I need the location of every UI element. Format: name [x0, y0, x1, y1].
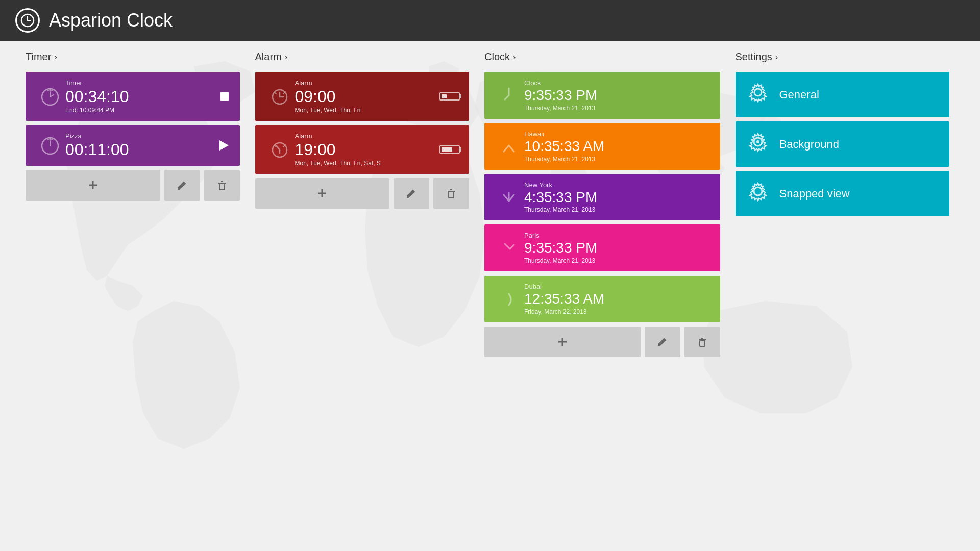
timer-2-content: Pizza 00:11:00 [65, 132, 216, 159]
timer-1-label: Timer [65, 79, 218, 87]
clock-1-icon [494, 86, 524, 105]
timer-1-stop-icon[interactable] [218, 90, 231, 103]
clock-tile-5[interactable]: Dubai 12:35:33 AM Friday, March 22, 2013 [484, 276, 720, 322]
alarm-add-button[interactable] [255, 178, 390, 209]
settings-general-tile[interactable]: General [736, 72, 950, 117]
alarm-2-icon [264, 139, 295, 160]
svg-point-45 [754, 187, 762, 195]
alarm-1-battery [439, 92, 460, 101]
clock-2-label: Hawaii [524, 130, 710, 138]
clock-tile-2[interactable]: Hawaii 10:35:33 AM Thursday, March 21, 2… [484, 123, 720, 170]
alarm-1-icon [264, 86, 295, 107]
svg-point-42 [754, 89, 762, 96]
svg-point-44 [756, 140, 760, 143]
clock-section-label: Clock [484, 51, 510, 63]
timer-tile-2[interactable]: Pizza 00:11:00 [26, 125, 240, 166]
svg-line-5 [50, 95, 54, 97]
alarm-section-header[interactable]: Alarm › [255, 51, 470, 63]
svg-rect-9 [220, 92, 229, 101]
timer-2-icon [35, 135, 65, 156]
settings-snapped-tile[interactable]: Snapped view [736, 171, 950, 216]
clock-5-icon [494, 290, 524, 308]
alarm-section: Alarm › Alarm 09:00 Mon, Tue, Wed, Thu, … [250, 51, 480, 541]
clock-1-label: Clock [524, 79, 710, 87]
alarm-1-content: Alarm 09:00 Mon, Tue, Wed, Thu, Fri [295, 79, 440, 114]
timer-edit-button[interactable] [164, 170, 200, 201]
svg-rect-39 [700, 340, 705, 346]
svg-marker-15 [219, 140, 229, 151]
main-content: Timer › Timer 00:34:10 End: 10:09:44 PM [0, 41, 980, 551]
clock-section-header[interactable]: Clock › [484, 51, 720, 63]
timer-button-row [26, 170, 240, 201]
alarm-1-sub: Mon, Tue, Wed, Thu, Fri [295, 107, 440, 114]
settings-gear-icon [747, 81, 769, 108]
alarm-1-label: Alarm [295, 79, 440, 87]
alarm-edit-button[interactable] [394, 178, 429, 209]
timer-delete-button[interactable] [204, 170, 240, 201]
settings-background-tile[interactable]: Background [736, 121, 950, 167]
svg-line-29 [274, 145, 276, 147]
alarm-2-time: 19:00 [295, 141, 440, 159]
timer-1-time: 00:34:10 [65, 88, 218, 106]
clock-3-icon [494, 188, 524, 206]
timer-add-button[interactable] [26, 170, 160, 201]
timer-2-label: Pizza [65, 132, 216, 140]
alarm-2-content: Alarm 19:00 Mon, Tue, Wed, Thu, Fri, Sat… [295, 132, 440, 167]
clock-button-row [484, 327, 720, 357]
clock-3-label: New York [524, 181, 710, 189]
timer-section-header[interactable]: Timer › [26, 51, 240, 63]
clock-1-sub: Thursday, March 21, 2013 [524, 105, 710, 112]
timer-2-time: 00:11:00 [65, 141, 216, 159]
alarm-section-label: Alarm [255, 51, 282, 63]
clock-delete-button[interactable] [684, 327, 720, 357]
svg-line-24 [274, 92, 276, 94]
clock-2-content: Hawaii 10:35:33 AM Thursday, March 21, 2… [524, 130, 710, 163]
clock-chevron-icon: › [513, 53, 516, 62]
clock-5-content: Dubai 12:35:33 AM Friday, March 22, 2013 [524, 283, 710, 315]
clock-5-time: 12:35:33 AM [524, 291, 710, 307]
clock-4-time: 9:35:33 PM [524, 240, 710, 256]
settings-background-label: Background [779, 138, 839, 151]
timer-tile-1[interactable]: Timer 00:34:10 End: 10:09:44 PM [26, 72, 240, 121]
settings-section-label: Settings [736, 51, 772, 63]
clock-edit-button[interactable] [645, 327, 680, 357]
clock-tile-4[interactable]: Paris 9:35:33 PM Thursday, March 21, 201… [484, 224, 720, 271]
clock-2-icon [494, 137, 524, 156]
clock-tile-3[interactable]: New York 4:35:33 PM Thursday, March 21, … [484, 174, 720, 221]
settings-general-label: General [779, 88, 819, 102]
svg-rect-18 [219, 184, 225, 190]
timer-1-sub: End: 10:09:44 PM [65, 107, 218, 114]
svg-line-25 [283, 92, 285, 94]
app-title: Asparion Clock [49, 10, 173, 31]
alarm-tile-1[interactable]: Alarm 09:00 Mon, Tue, Wed, Thu, Fri [255, 72, 470, 121]
timer-chevron-icon: › [54, 53, 57, 62]
settings-chevron-icon: › [775, 53, 778, 62]
clock-5-label: Dubai [524, 283, 710, 290]
alarm-delete-button[interactable] [433, 178, 469, 209]
alarm-tile-2[interactable]: Alarm 19:00 Mon, Tue, Wed, Thu, Fri, Sat… [255, 125, 470, 174]
svg-line-27 [277, 146, 280, 150]
timer-section-label: Timer [26, 51, 51, 63]
clock-3-content: New York 4:35:33 PM Thursday, March 21, … [524, 181, 710, 214]
timer-section: Timer › Timer 00:34:10 End: 10:09:44 PM [20, 51, 250, 541]
clock-section: Clock › Clock 9:35:33 PM Thursday, March… [479, 51, 730, 541]
settings-section-header[interactable]: Settings › [736, 51, 950, 63]
app-icon [15, 8, 40, 33]
svg-rect-33 [449, 192, 454, 198]
clock-2-time: 10:35:33 AM [524, 139, 710, 155]
alarm-2-sub: Mon, Tue, Wed, Thu, Fri, Sat, S [295, 160, 440, 167]
settings-snapped-label: Snapped view [779, 187, 850, 201]
clock-3-time: 4:35:33 PM [524, 190, 710, 206]
settings-section: Settings › General Background [730, 51, 960, 541]
alarm-2-label: Alarm [295, 132, 440, 140]
alarm-1-time: 09:00 [295, 88, 440, 106]
clock-4-sub: Thursday, March 21, 2013 [524, 257, 710, 264]
clock-add-button[interactable] [484, 327, 640, 357]
clock-1-content: Clock 9:35:33 PM Thursday, March 21, 201… [524, 79, 710, 112]
alarm-button-row [255, 178, 470, 209]
clock-4-label: Paris [524, 232, 710, 239]
clock-tile-1[interactable]: Clock 9:35:33 PM Thursday, March 21, 201… [484, 72, 720, 119]
timer-2-play-icon[interactable] [216, 138, 231, 153]
alarm-2-battery [439, 145, 460, 154]
timer-1-content: Timer 00:34:10 End: 10:09:44 PM [65, 79, 218, 114]
